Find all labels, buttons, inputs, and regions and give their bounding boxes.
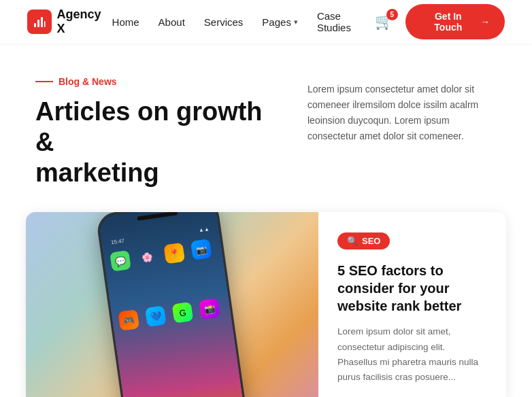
app-icon-google: G [172,302,194,324]
nav-about[interactable]: About [159,16,185,28]
chevron-down-icon: ▾ [294,18,298,27]
app-icon-messenger: 💙 [145,305,167,327]
cart-button[interactable]: 🛒 5 [375,13,393,31]
nav-case-studies[interactable]: Case Studies [317,10,375,33]
featured-card: 15:47 ▲▲ 💬 🌸 📍 📷 🎮 💙 G 📸 [26,212,506,397]
get-in-touch-button[interactable]: Get In Touch → [405,4,505,39]
app-icon-messages: 💬 [110,249,131,271]
featured-info: 🔍 SEO 5 SEO factors to consider for your… [318,212,506,397]
phone-screen: 15:47 ▲▲ 💬 🌸 📍 📷 🎮 💙 G 📸 [98,212,247,397]
app-icon-photos: 🌸 [137,246,159,268]
seo-badge: 🔍 SEO [337,232,390,249]
hero-right: Lorem ipsum consectetur amet dolor sit c… [307,76,497,144]
nav-services[interactable]: Services [204,16,244,28]
tag-line-decoration [35,81,53,82]
svg-rect-2 [41,17,43,27]
app-icon-instagram: 📸 [199,298,220,320]
featured-title: 5 SEO factors to consider for your websi… [337,262,487,315]
nav-right: 🛒 5 Get In Touch → [375,4,505,39]
main-content: 15:47 ▲▲ 💬 🌸 📍 📷 🎮 💙 G 📸 [0,212,532,397]
featured-image: 15:47 ▲▲ 💬 🌸 📍 📷 🎮 💙 G 📸 [26,212,318,397]
app-icon-camera: 📷 [190,239,212,260]
svg-rect-3 [44,21,46,27]
navbar: Agency X Home About Services Pages ▾ Cas… [0,0,532,44]
nav-pages[interactable]: Pages ▾ [262,16,298,28]
logo-svg [33,15,46,29]
search-icon: 🔍 [347,236,358,246]
phone-mockup: 15:47 ▲▲ 💬 🌸 📍 📷 🎮 💙 G 📸 [95,212,249,397]
phone-image-placeholder: 15:47 ▲▲ 💬 🌸 📍 📷 🎮 💙 G 📸 [26,212,318,397]
blog-tag: Blog & News [35,76,267,87]
hero-title: Articles on growth & marketing [35,97,267,188]
nav-home[interactable]: Home [112,16,139,28]
hero-left: Blog & News Articles on growth & marketi… [35,76,267,188]
app-icon-game: 🎮 [118,309,139,331]
svg-rect-1 [37,20,39,27]
logo-text: Agency X [57,7,112,36]
hero-section: Blog & News Articles on growth & marketi… [0,44,532,212]
nav-links: Home About Services Pages ▾ Case Studies [112,10,375,33]
hero-description: Lorem ipsum consectetur amet dolor sit c… [307,82,497,144]
featured-description: Lorem ipsum dolor sit amet, consectetur … [337,324,487,385]
cart-badge: 5 [386,9,398,20]
app-icon-maps: 📍 [163,242,185,264]
logo[interactable]: Agency X [27,7,112,36]
arrow-right-icon: → [480,16,490,27]
svg-rect-0 [34,23,36,27]
blog-tag-text: Blog & News [59,76,117,87]
logo-icon [27,10,52,34]
